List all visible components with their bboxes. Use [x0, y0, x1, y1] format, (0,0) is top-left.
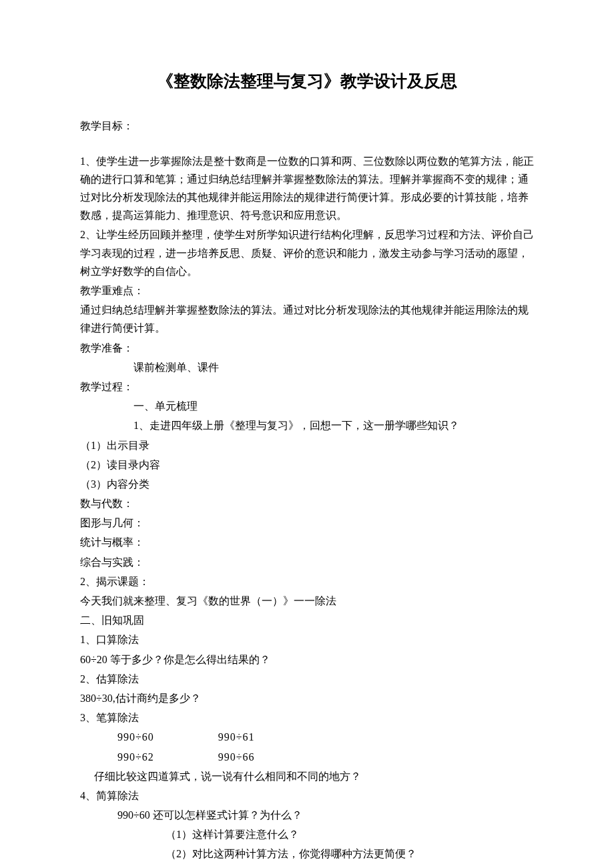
category-3: 统计与概率： [80, 533, 534, 551]
objectives-label: 教学目标： [80, 117, 534, 135]
difficulty-text: 通过归纳总结理解并掌握整数除法的算法。通过对比分析发现除法的其他规律并能运用除法… [80, 301, 534, 337]
section-2-item-4b: （2）对比这两种计算方法，你觉得哪种方法更简便？ [80, 845, 534, 863]
category-2: 图形与几何： [80, 514, 534, 532]
section-2-item-2-heading: 2、估算除法 [80, 670, 534, 688]
preparation-label: 教学准备： [80, 339, 534, 357]
section-2-item-4a: （1）这样计算要注意什么？ [80, 825, 534, 843]
section-2-item-3-heading: 3、笔算除法 [80, 709, 534, 727]
section-2-item-3-question: 仔细比较这四道算式，说一说有什么相同和不同的地方？ [80, 767, 534, 785]
section-2-item-1-text: 60÷20 等于多少？你是怎么得出结果的？ [80, 650, 534, 669]
section-1-heading: 一、单元梳理 [80, 397, 534, 415]
section-1-item-2-text: 今天我们就来整理、复习《数的世界（一）》一一除法 [80, 592, 534, 610]
section-2-item-4-heading: 4、简算除法 [80, 787, 534, 805]
difficulty-label: 教学重难点： [80, 282, 534, 300]
calc-b1: 990÷62 [117, 751, 154, 763]
process-label: 教学过程： [80, 378, 534, 396]
section-2-item-4-text: 990÷60 还可以怎样竖式计算？为什么？ [80, 806, 534, 824]
preparation-text: 课前检测单、课件 [80, 358, 534, 376]
step-1c: （3）内容分类 [80, 475, 534, 493]
calc-row-2: 990÷62990÷66 [80, 748, 534, 766]
category-4: 综合与实践： [80, 553, 534, 571]
section-2-item-2-text: 380÷30,估计商约是多少？ [80, 689, 534, 707]
objective-1: 1、使学生进一步掌握除法是整十数商是一位数的口算和两、三位数除以两位数的笔算方法… [80, 152, 534, 225]
section-2-item-1-heading: 1、口算除法 [80, 630, 534, 648]
section-2-item-4c: 利用商不变的规律计算被除数和除数末尾都有 0 的除法更简便。 [80, 865, 534, 868]
objective-2: 2、让学生经历回顾并整理，使学生对所学知识进行结构化理解，反思学习过程和方法、评… [80, 226, 534, 280]
calc-a1: 990÷60 [117, 731, 154, 743]
section-2-heading: 二、旧知巩固 [80, 611, 534, 629]
step-1a: （1）出示目录 [80, 436, 534, 454]
section-1-item-1: 1、走进四年级上册《整理与复习》，回想一下，这一册学哪些知识？ [80, 416, 534, 434]
calc-row-1: 990÷60990÷61 [80, 728, 534, 746]
category-1: 数与代数： [80, 494, 534, 512]
section-1-item-2-heading: 2、揭示课题： [80, 572, 534, 590]
calc-a2: 990÷61 [218, 731, 255, 743]
step-1b: （2）读目录内容 [80, 456, 534, 474]
calc-b2: 990÷66 [218, 751, 255, 763]
page-title: 《整数除法整理与复习》教学设计及反思 [80, 67, 534, 95]
